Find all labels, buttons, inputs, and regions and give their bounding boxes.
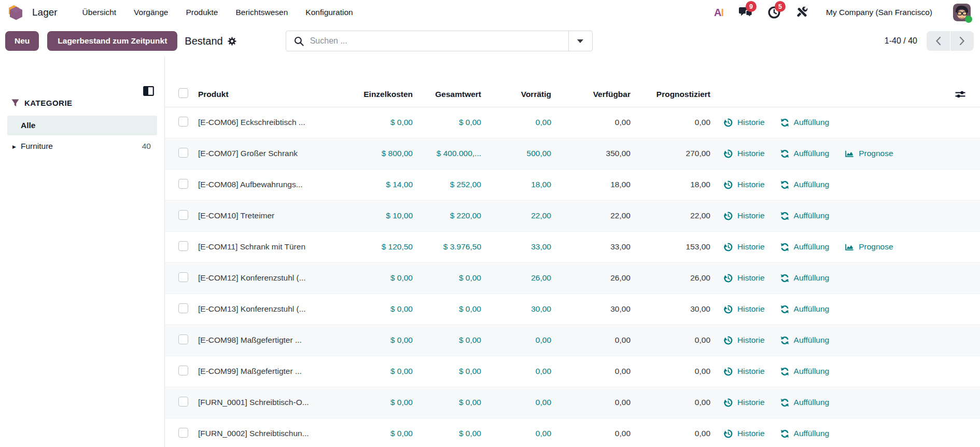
on-hand-cell[interactable]: 22,00 [482, 200, 552, 231]
sidebar-item-alle[interactable]: Alle [7, 116, 157, 135]
product-name-cell[interactable]: [E-COM06] Eckschreibtisch ... [191, 107, 336, 138]
unit-cost-cell[interactable]: $ 0,00 [336, 325, 414, 356]
unit-cost-cell[interactable]: $ 0,00 [336, 262, 414, 294]
row-checkbox[interactable] [178, 428, 188, 438]
product-name-cell[interactable]: [E-COM08] Aufbewahrungs... [191, 169, 336, 200]
product-name-cell[interactable]: [E-COM10] Treteimer [191, 200, 336, 231]
total-value-cell[interactable]: $ 0,00 [414, 262, 482, 294]
pager-range[interactable]: 1-40 / 40 [885, 36, 917, 46]
history-button[interactable]: Historie [724, 118, 765, 127]
column-header-prognostiziert[interactable]: Prognostiziert [632, 82, 711, 107]
app-name[interactable]: Lager [32, 7, 58, 18]
on-hand-cell[interactable]: 0,00 [482, 107, 552, 138]
column-header-einzelkosten[interactable]: Einzelkosten [336, 82, 414, 107]
total-value-cell[interactable]: $ 0,00 [414, 356, 482, 387]
ai-icon[interactable]: AI [714, 7, 723, 19]
row-checkbox[interactable] [178, 210, 188, 220]
product-name-cell[interactable]: [E-COM11] Schrank mit Türen [191, 231, 336, 262]
menu-item-berichtswesen[interactable]: Berichtswesen [236, 8, 288, 17]
on-hand-cell[interactable]: 33,00 [482, 231, 552, 262]
replenish-button[interactable]: Auffüllung [780, 149, 830, 158]
total-value-cell[interactable]: $ 400.000,... [414, 138, 482, 169]
total-value-cell[interactable]: $ 3.976,50 [414, 231, 482, 262]
replenish-button[interactable]: Auffüllung [780, 180, 830, 189]
total-value-cell[interactable]: $ 0,00 [414, 107, 482, 138]
history-button[interactable]: Historie [724, 273, 765, 283]
replenish-button[interactable]: Auffüllung [780, 273, 830, 283]
row-checkbox[interactable] [178, 148, 188, 158]
user-avatar[interactable] [953, 4, 971, 21]
row-checkbox[interactable] [178, 241, 188, 251]
history-button[interactable]: Historie [724, 367, 765, 376]
row-checkbox[interactable] [178, 303, 188, 313]
on-hand-cell[interactable]: 0,00 [482, 325, 552, 356]
total-value-cell[interactable]: $ 0,00 [414, 294, 482, 325]
panel-toggle-button[interactable] [143, 86, 154, 98]
forecast-button[interactable]: Prognose [845, 149, 893, 158]
pager-next-button[interactable] [950, 31, 974, 51]
menu-item-uebersicht[interactable]: Übersicht [82, 8, 116, 17]
product-name-cell[interactable]: [FURN_0001] Schreibtisch-O... [191, 387, 336, 418]
product-name-cell[interactable]: [E-COM99] Maßgefertigter ... [191, 356, 336, 387]
view-settings-button[interactable] [228, 37, 236, 46]
column-header-gesamtwert[interactable]: Gesamtwert [414, 82, 482, 107]
messages-button[interactable]: 9 [739, 6, 752, 19]
replenish-button[interactable]: Auffüllung [780, 242, 830, 252]
total-value-cell[interactable]: $ 0,00 [414, 325, 482, 356]
replenish-button[interactable]: Auffüllung [780, 211, 830, 220]
unit-cost-cell[interactable]: $ 0,00 [336, 418, 414, 447]
replenish-button[interactable]: Auffüllung [780, 429, 830, 438]
history-button[interactable]: Historie [724, 304, 765, 314]
row-checkbox[interactable] [178, 272, 188, 282]
product-name-cell[interactable]: [E-COM12] Konferenzstuhl (... [191, 262, 336, 294]
column-header-produkt[interactable]: Produkt [191, 82, 336, 107]
unit-cost-cell[interactable]: $ 14,00 [336, 169, 414, 200]
debug-tools-button[interactable] [796, 7, 808, 19]
inventory-at-date-button[interactable]: Lagerbestand zum Zeitpunkt [47, 31, 177, 51]
row-checkbox[interactable] [178, 366, 188, 375]
history-button[interactable]: Historie [724, 242, 765, 252]
row-checkbox[interactable] [178, 334, 188, 344]
product-name-cell[interactable]: [FURN_0002] Schreibtischun... [191, 418, 336, 447]
on-hand-cell[interactable]: 0,00 [482, 356, 552, 387]
unit-cost-cell[interactable]: $ 10,00 [336, 200, 414, 231]
company-switcher[interactable]: My Company (San Francisco) [826, 8, 932, 17]
column-header-vorraetig[interactable]: Vorrätig [482, 82, 552, 107]
replenish-button[interactable]: Auffüllung [780, 398, 830, 407]
replenish-button[interactable]: Auffüllung [780, 367, 830, 376]
total-value-cell[interactable]: $ 0,00 [414, 418, 482, 447]
unit-cost-cell[interactable]: $ 0,00 [336, 107, 414, 138]
history-button[interactable]: Historie [724, 211, 765, 220]
unit-cost-cell[interactable]: $ 0,00 [336, 356, 414, 387]
sidebar-item-furniture[interactable]: ▶Furniture40 [7, 136, 157, 156]
unit-cost-cell[interactable]: $ 120,50 [336, 231, 414, 262]
on-hand-cell[interactable]: 18,00 [482, 169, 552, 200]
history-button[interactable]: Historie [724, 429, 765, 438]
row-checkbox[interactable] [178, 179, 188, 189]
history-button[interactable]: Historie [724, 336, 765, 345]
total-value-cell[interactable]: $ 220,00 [414, 200, 482, 231]
pager-previous-button[interactable] [927, 31, 950, 51]
on-hand-cell[interactable]: 500,00 [482, 138, 552, 169]
row-checkbox[interactable] [178, 397, 188, 407]
product-name-cell[interactable]: [E-COM07] Großer Schrank [191, 138, 336, 169]
filter-sliders-icon[interactable] [955, 90, 965, 99]
unit-cost-cell[interactable]: $ 0,00 [336, 294, 414, 325]
replenish-button[interactable]: Auffüllung [780, 118, 830, 127]
new-button[interactable]: Neu [5, 31, 39, 51]
on-hand-cell[interactable]: 0,00 [482, 418, 552, 447]
history-button[interactable]: Historie [724, 149, 765, 158]
menu-item-produkte[interactable]: Produkte [186, 8, 218, 17]
caret-right-icon[interactable]: ▶ [12, 144, 16, 149]
search-input[interactable] [310, 36, 561, 46]
on-hand-cell[interactable]: 26,00 [482, 262, 552, 294]
total-value-cell[interactable]: $ 252,00 [414, 169, 482, 200]
menu-item-vorgaenge[interactable]: Vorgänge [134, 8, 168, 17]
search-options-toggle[interactable] [568, 31, 592, 51]
unit-cost-cell[interactable]: $ 800,00 [336, 138, 414, 169]
total-value-cell[interactable]: $ 0,00 [414, 387, 482, 418]
product-name-cell[interactable]: [E-COM13] Konferenzstuhl (... [191, 294, 336, 325]
app-logo-icon[interactable] [8, 5, 24, 20]
row-checkbox[interactable] [178, 117, 188, 127]
product-name-cell[interactable]: [E-COM98] Maßgefertigter ... [191, 325, 336, 356]
